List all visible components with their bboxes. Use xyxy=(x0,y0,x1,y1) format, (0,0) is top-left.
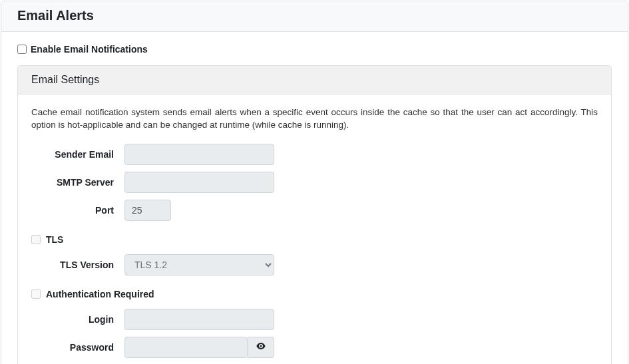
eye-icon xyxy=(256,341,266,353)
panel-header: Email Alerts xyxy=(1,1,628,32)
tls-version-select[interactable]: TLS 1.2 xyxy=(124,254,274,275)
port-label: Port xyxy=(31,205,124,216)
enable-email-checkbox[interactable] xyxy=(17,45,27,54)
tls-label[interactable]: TLS xyxy=(46,234,63,245)
sender-email-input[interactable] xyxy=(124,144,274,165)
auth-required-label[interactable]: Authentication Required xyxy=(46,289,154,299)
smtp-server-input[interactable] xyxy=(124,172,274,193)
tls-checkbox[interactable] xyxy=(31,235,41,244)
email-settings-title: Email Settings xyxy=(31,74,598,86)
sender-email-label: Sender Email xyxy=(31,149,124,160)
panel-body: Enable Email Notifications Email Setting… xyxy=(1,32,628,364)
enable-email-label[interactable]: Enable Email Notifications xyxy=(31,44,148,55)
login-input[interactable] xyxy=(124,309,274,330)
auth-required-checkbox[interactable] xyxy=(31,289,41,299)
email-settings-header: Email Settings xyxy=(18,66,611,94)
login-label: Login xyxy=(31,314,124,325)
email-alerts-panel: Email Alerts Enable Email Notifications … xyxy=(1,1,628,364)
email-settings-panel: Email Settings Cache email notification … xyxy=(17,65,612,364)
tls-version-label: TLS Version xyxy=(31,260,124,270)
page-title: Email Alerts xyxy=(17,8,612,23)
toggle-password-button[interactable] xyxy=(248,337,274,358)
smtp-server-label: SMTP Server xyxy=(31,177,124,188)
settings-description: Cache email notification system sends em… xyxy=(31,106,598,132)
password-label: Password xyxy=(31,342,124,353)
port-input[interactable] xyxy=(124,200,171,221)
password-input[interactable] xyxy=(124,337,248,358)
email-settings-body: Cache email notification system sends em… xyxy=(18,94,611,364)
